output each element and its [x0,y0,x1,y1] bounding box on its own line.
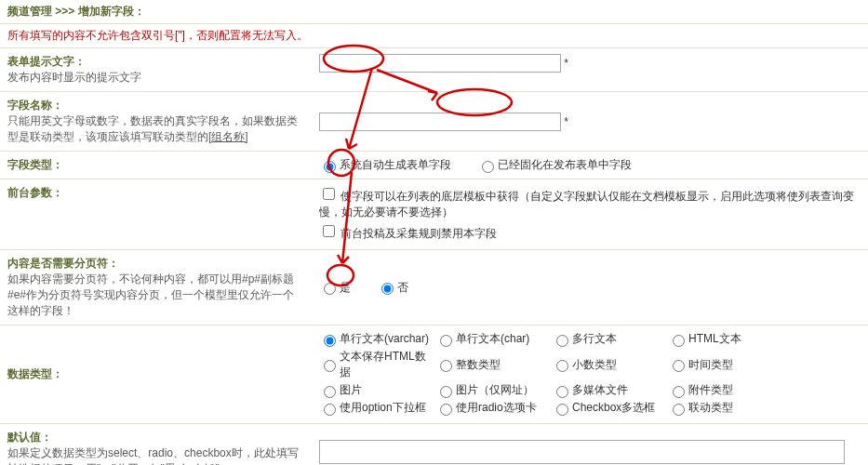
breadcrumb-sep: >>> [55,5,74,18]
dt-char[interactable]: 单行文本(char) [435,331,552,347]
pagebreak-desc: 如果内容需要分页符，不论何种内容，都可以用#p#副标题#e#作为分页符号实现内容… [7,272,304,319]
field-name-title: 字段名称： [7,98,304,113]
front-param-check2[interactable]: 前台投稿及采集规则禁用本字段 [319,222,861,242]
pagebreak-yes[interactable]: 是 [319,280,351,296]
data-type-grid: 单行文本(varchar) 单行文本(char) 多行文本 HTML文本 文本保… [319,331,861,418]
dt-varchar[interactable]: 单行文本(varchar) [319,331,435,347]
required-mark: * [564,115,568,128]
dt-integer[interactable]: 整数类型 [435,349,552,380]
breadcrumb-section: 频道管理 [7,5,52,18]
dt-image[interactable]: 图片 [319,382,435,398]
required-mark: * [564,57,568,70]
dt-attachment[interactable]: 附件类型 [668,382,784,398]
dt-media[interactable]: 多媒体文件 [552,382,668,398]
field-type-fixed[interactable]: 已经固化在发布表单中字段 [477,157,632,173]
form-table: 表单提示文字： 发布内容时显示的提示文字 * 字段名称： 只能用英文字母或数字，… [0,48,868,465]
field-name-desc: 只能用英文字母或数字，数据表的真实字段名，如果数据类型是联动类型，该项应该填写联… [7,113,304,145]
front-param-check1[interactable]: 使字段可以在列表的底层模板中获得（自定义字段默认仅能在文档模板显示，启用此选项将… [319,185,861,220]
field-type-title: 字段类型： [7,157,304,173]
dt-time[interactable]: 时间类型 [668,349,784,380]
front-param-title: 前台参数： [7,185,304,201]
dt-option[interactable]: 使用option下拉框 [319,400,435,416]
prompt-title: 表单提示文字： [7,54,304,70]
prompt-input[interactable] [319,54,561,73]
front-param-check2-box[interactable] [323,225,335,237]
field-type-auto[interactable]: 系统自动生成表单字段 [319,157,451,173]
dt-linkage[interactable]: 联动类型 [668,400,784,416]
default-value-desc: 如果定义数据类型为select、radio、checkbox时，此处填写被选择的… [7,445,304,465]
pagebreak-no-radio[interactable] [381,283,394,295]
default-value-input[interactable] [319,440,845,464]
dt-radio[interactable]: 使用radio选项卡 [435,400,552,416]
dt-multiline[interactable]: 多行文本 [552,331,668,347]
field-name-input[interactable] [319,113,561,131]
prompt-desc: 发布内容时显示的提示文字 [7,70,304,86]
dt-html-data[interactable]: 文本保存HTML数据 [319,349,435,380]
dt-image-url[interactable]: 图片（仅网址） [435,382,552,398]
breadcrumb-current: 增加新字段： [78,5,145,18]
front-param-check1-box[interactable] [323,188,335,200]
warning-text: 所有填写的内容不允许包含双引号["]，否则配置将无法写入。 [0,24,868,48]
dt-checkbox[interactable]: Checkbox多选框 [552,400,668,416]
data-type-title: 数据类型： [7,366,304,382]
dt-decimal[interactable]: 小数类型 [552,349,668,380]
default-value-title: 默认值： [7,430,304,445]
dt-html[interactable]: HTML文本 [668,331,784,347]
pagebreak-yes-radio[interactable] [324,283,336,295]
field-type-fixed-radio[interactable] [482,161,494,173]
field-type-auto-radio[interactable] [324,161,336,173]
pagebreak-title: 内容是否需要分页符： [7,256,304,272]
pagebreak-no[interactable]: 否 [377,280,408,296]
breadcrumb: 频道管理 >>> 增加新字段： [0,0,868,24]
